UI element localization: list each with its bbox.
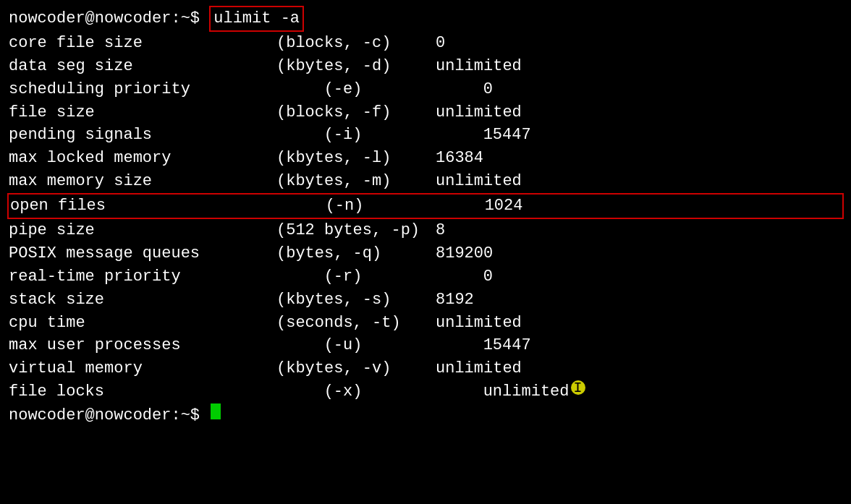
row-max-memory-size: max memory size (kbytes, -m) unlimited [9,170,842,193]
row-scheduling-priority: scheduling priority (-e) 0 [9,78,842,101]
row-realtime-priority: real-time priority (-r) 0 [9,265,842,289]
row-cpu-time: cpu time (seconds, -t) unlimited [9,312,842,335]
row-open-files: open files (-n) 1024 [7,193,844,219]
row-stack-size: stack size (kbytes, -s) 8192 [9,289,842,312]
row-pipe-size: pipe size (512 bytes, -p) 8 [9,219,842,242]
row-max-user-processes: max user processes (-u) 15447 [9,334,842,357]
prompt-text: nowcoder@nowcoder:~$ [9,7,209,30]
ibeam-cursor: I [571,380,585,395]
final-prompt-text: nowcoder@nowcoder:~$ [9,404,209,427]
row-file-locks: file locks (-x) unlimitedI [9,380,842,403]
command-text: ulimit -a [209,6,304,32]
row-virtual-memory: virtual memory (kbytes, -v) unlimited [9,357,842,380]
terminal-window: nowcoder@nowcoder:~$ ulimit -a core file… [0,0,851,504]
block-cursor [211,403,221,419]
row-max-locked-memory: max locked memory (kbytes, -l) 16384 [9,147,842,170]
row-core-file-size: core file size (blocks, -c) 0 [9,32,842,55]
row-data-seg-size: data seg size (kbytes, -d) unlimited [9,55,842,78]
row-file-size: file size (blocks, -f) unlimited [9,101,842,124]
final-prompt-line: nowcoder@nowcoder:~$ [9,403,842,427]
command-line: nowcoder@nowcoder:~$ ulimit -a [9,6,842,32]
row-pending-signals: pending signals (-i) 15447 [9,124,842,147]
row-posix-message-queues: POSIX message queues (bytes, -q) 819200 [9,242,842,265]
